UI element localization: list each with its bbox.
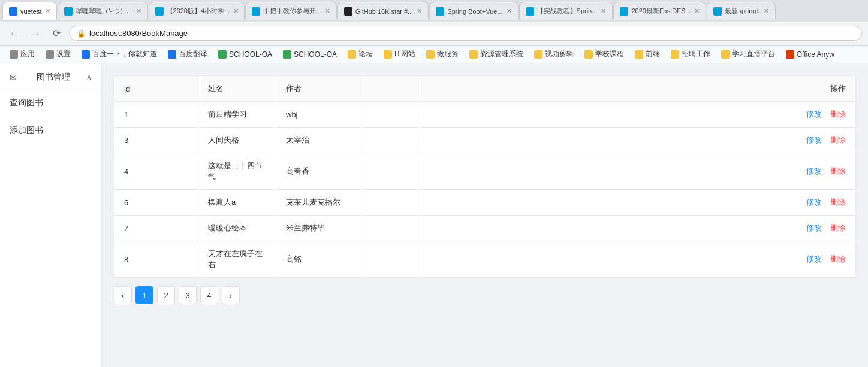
bm-resource-label: 资源管理系统	[480, 49, 523, 59]
tab-shizhan[interactable]: 【实战教程】Sprin... ✕	[519, 2, 613, 20]
edit-link[interactable]: 修改	[806, 198, 822, 207]
tab-label-4: 手把手教你参与开...	[263, 7, 321, 16]
tab-favicon-3	[155, 7, 164, 16]
bm-settings[interactable]: 设置	[41, 48, 76, 60]
col-header-author: 作者	[276, 76, 360, 102]
bm-it[interactable]: IT网站	[379, 48, 420, 60]
cell-extra	[360, 128, 420, 153]
sidebar-item-search-books[interactable]: 查询图书	[0, 89, 101, 117]
school-oa-2-icon	[283, 50, 291, 59]
video-icon	[534, 50, 542, 59]
tab-close-4[interactable]: ✕	[325, 7, 330, 15]
tab-close[interactable]: ✕	[45, 7, 50, 15]
bm-weifuwu-label: 微服务	[437, 49, 459, 59]
tab-fastdfs[interactable]: 2020最新FastDFS... ✕	[613, 2, 706, 20]
table-row: 1 前后端学习 wbj 修改 删除	[114, 102, 856, 128]
sidebar-collapse-icon[interactable]: ∧	[86, 73, 92, 81]
cell-action: 修改 删除	[420, 153, 856, 190]
tab-close-3[interactable]: ✕	[233, 7, 239, 15]
bm-frontend-label: 前端	[646, 49, 660, 59]
bm-school-oa-1-label: SCHOOL-OA	[229, 50, 272, 59]
tab-close-7[interactable]: ✕	[601, 7, 606, 15]
pagination-prev[interactable]: ‹	[114, 286, 132, 304]
bm-apps[interactable]: 应用	[5, 48, 40, 60]
bm-school-course[interactable]: 学校课程	[580, 48, 629, 60]
bm-school-oa-1[interactable]: SCHOOL-OA	[213, 49, 277, 60]
frontend-icon	[635, 50, 643, 59]
bm-fanyi[interactable]: 百度翻译	[163, 48, 212, 60]
book-table: id 姓名 作者 操作 1 前后端学习 wbj 修改 删除 3	[114, 75, 856, 278]
table-row: 3 人间失格 太宰治 修改 删除	[114, 128, 856, 153]
tab-github[interactable]: GitHub 16K star #... ✕	[337, 2, 429, 20]
cell-action: 修改 删除	[420, 241, 856, 278]
delete-link[interactable]: 删除	[830, 198, 846, 207]
cell-id: 3	[114, 128, 198, 153]
sidebar-search-label: 查询图书	[10, 98, 43, 108]
tab-label: vuetest	[20, 8, 41, 15]
bm-school-oa-2[interactable]: SCHOOL-OA	[278, 49, 342, 60]
bm-luntan[interactable]: 论坛	[343, 48, 378, 60]
bm-luntan-label: 论坛	[358, 49, 373, 59]
delete-link[interactable]: 删除	[830, 254, 846, 263]
bookmarks-bar: 应用 设置 百度一下，你就知道 百度翻译 SCHOOL-OA SCHOOL-OA…	[0, 46, 868, 63]
back-button[interactable]: ←	[6, 27, 23, 40]
tab-favicon-2	[64, 7, 73, 16]
table-row: 8 天才在左疯子在右 高铭 修改 删除	[114, 241, 856, 278]
table-row: 4 这就是二十四节气 高春香 修改 删除	[114, 153, 856, 190]
tab-label-2: 哔哩哔哩（'-'つ）...	[76, 7, 132, 16]
browser-frame: vuetest ✕ 哔哩哔哩（'-'つ）... ✕ 【2020版】4小时学...…	[0, 0, 868, 367]
sidebar-item-add-books[interactable]: 添加图书	[0, 117, 101, 144]
delete-link[interactable]: 删除	[830, 110, 846, 119]
refresh-button[interactable]: ⟳	[49, 26, 64, 40]
weifuwu-icon	[426, 50, 435, 59]
tab-close-5[interactable]: ✕	[417, 7, 422, 15]
delete-link[interactable]: 删除	[830, 135, 846, 144]
edit-link[interactable]: 修改	[806, 223, 822, 232]
pagination-page-4[interactable]: 4	[200, 286, 218, 304]
bm-livestream[interactable]: 学习直播平台	[716, 48, 780, 60]
tab-spring-vue[interactable]: Spring Boot+Vue... ✕	[429, 2, 518, 20]
cell-author: 高春香	[276, 153, 360, 190]
pagination-page-3[interactable]: 3	[179, 286, 197, 304]
bm-frontend[interactable]: 前端	[630, 48, 665, 60]
bm-resource[interactable]: 资源管理系统	[465, 48, 528, 60]
delete-link[interactable]: 删除	[830, 223, 846, 232]
bm-video[interactable]: 视频剪辑	[529, 48, 578, 60]
edit-link[interactable]: 修改	[806, 135, 822, 144]
edit-link[interactable]: 修改	[806, 254, 822, 263]
tab-close-6[interactable]: ✕	[507, 7, 512, 15]
pagination-next[interactable]: ›	[222, 286, 240, 304]
tab-favicon-5	[344, 7, 352, 16]
tab-close-9[interactable]: ✕	[764, 7, 769, 15]
content-area: id 姓名 作者 操作 1 前后端学习 wbj 修改 删除 3	[102, 63, 868, 367]
tab-4h[interactable]: 【2020版】4小时学... ✕	[149, 2, 245, 20]
edit-link[interactable]: 修改	[806, 110, 822, 119]
delete-link[interactable]: 删除	[830, 166, 846, 175]
bm-weifuwu[interactable]: 微服务	[421, 48, 463, 60]
tab-favicon-6	[436, 7, 444, 16]
baidu-icon	[82, 50, 90, 59]
forward-button[interactable]: →	[28, 27, 44, 40]
school-course-icon	[584, 50, 593, 59]
pagination-page-2[interactable]: 2	[157, 286, 175, 304]
url-bar[interactable]: 🔒 localhost:8080/BookManage	[69, 26, 862, 41]
tab-favicon-8	[620, 7, 628, 16]
tab-springb[interactable]: 最新springb ✕	[707, 2, 775, 20]
cell-extra	[360, 190, 420, 216]
edit-link[interactable]: 修改	[806, 166, 822, 175]
bm-recruit[interactable]: 招聘工作	[666, 48, 715, 60]
pagination: ‹ 1 2 3 4 ›	[114, 278, 856, 307]
pagination-page-1[interactable]: 1	[135, 286, 153, 304]
bm-office[interactable]: Office Anyw	[781, 49, 839, 60]
tab-handhand[interactable]: 手把手教你参与开... ✕	[245, 2, 337, 20]
lock-icon: 🔒	[77, 29, 86, 38]
bm-it-label: IT网站	[394, 49, 415, 59]
tab-label-5: GitHub 16K star #...	[355, 8, 414, 15]
tab-vuetest[interactable]: vuetest ✕	[2, 2, 57, 20]
office-icon	[786, 50, 794, 59]
bm-baidu[interactable]: 百度一下，你就知道	[77, 48, 162, 60]
tab-label-7: 【实战教程】Sprin...	[537, 7, 598, 16]
tab-bilibili[interactable]: 哔哩哔哩（'-'つ）... ✕	[58, 2, 147, 20]
tab-close-8[interactable]: ✕	[694, 7, 700, 15]
tab-close-2[interactable]: ✕	[136, 7, 141, 15]
